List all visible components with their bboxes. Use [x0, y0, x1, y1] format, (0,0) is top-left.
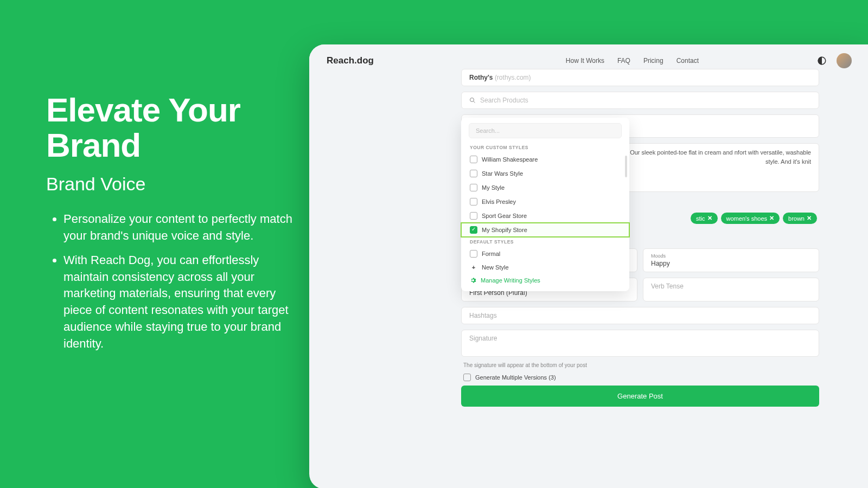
nav-links: How It Works FAQ Pricing Contact — [566, 57, 699, 65]
theme-toggle-icon[interactable] — [816, 55, 828, 67]
signature-field[interactable]: Signature — [461, 330, 819, 357]
hashtags-label: Hashtags — [469, 312, 497, 319]
dropdown-option-selected[interactable]: My Shopify Store — [461, 223, 629, 237]
hashtags-field[interactable]: Hashtags — [461, 307, 819, 324]
tense-label: Verb Tense — [651, 282, 684, 290]
nav-faq[interactable]: FAQ — [617, 57, 630, 65]
store-field[interactable]: Rothy's (rothys.com) — [461, 69, 819, 86]
checkbox-icon — [470, 250, 477, 258]
gear-icon — [470, 277, 476, 284]
moods-label: Moods — [651, 253, 811, 259]
checkbox-icon — [470, 198, 477, 206]
dropdown-section-default: DEFAULT STYLES — [461, 237, 629, 247]
dropdown-option[interactable]: Star Wars Style — [461, 166, 629, 181]
dropdown-option[interactable]: William Shakespeare — [461, 152, 629, 166]
dropdown-new-style[interactable]: +New Style — [461, 261, 629, 274]
promo-bullet: Personalize your content to perfectly ma… — [63, 211, 296, 245]
writing-styles-dropdown: Search... YOUR CUSTOM STYLES William Sha… — [461, 118, 629, 291]
plus-icon: + — [470, 264, 477, 271]
tag-pill[interactable]: stic✕ — [691, 213, 718, 224]
multi-versions-row[interactable]: Generate Multiple Versions (3) — [463, 374, 817, 381]
store-url: (rothys.com) — [495, 74, 531, 81]
checkbox-icon — [470, 156, 477, 163]
multi-versions-checkbox[interactable] — [463, 374, 471, 381]
tag-remove-icon[interactable]: ✕ — [769, 215, 774, 222]
app-window: Reach.dog How It Works FAQ Pricing Conta… — [309, 44, 868, 488]
tense-field[interactable]: Verb Tense — [643, 278, 819, 301]
dropdown-section-custom: YOUR CUSTOM STYLES — [461, 143, 629, 152]
dropdown-manage-styles[interactable]: Manage Writing Styles — [461, 274, 629, 287]
dropdown-option[interactable]: My Style — [461, 181, 629, 195]
nav-how-it-works[interactable]: How It Works — [566, 57, 604, 65]
moods-field[interactable]: Moods Happy — [643, 248, 819, 272]
store-name: Rothy's — [469, 74, 493, 81]
promo-bullets: Personalize your content to perfectly ma… — [46, 211, 296, 352]
search-placeholder: Search Products — [480, 97, 528, 104]
svg-point-1 — [470, 98, 474, 102]
signature-hint: The signature will appear at the bottom … — [463, 362, 819, 368]
brand-logo[interactable]: Reach.dog — [327, 55, 374, 66]
promo-bullet: With Reach Dog, you can effortlessly mai… — [63, 252, 296, 352]
scrollbar[interactable] — [625, 156, 627, 177]
promo-panel: Elevate Your Brand Brand Voice Personali… — [46, 92, 296, 360]
tag-pill[interactable]: women's shoes✕ — [721, 213, 780, 224]
promo-subtitle: Brand Voice — [46, 174, 296, 195]
dropdown-option[interactable]: Formal — [461, 247, 629, 261]
tag-pill[interactable]: brown✕ — [783, 213, 817, 224]
tag-remove-icon[interactable]: ✕ — [707, 215, 712, 222]
multi-versions-label: Generate Multiple Versions (3) — [475, 374, 556, 381]
signature-label: Signature — [469, 335, 497, 342]
promo-title: Elevate Your Brand — [46, 92, 296, 163]
nav-pricing[interactable]: Pricing — [643, 57, 663, 65]
checkbox-checked-icon — [470, 226, 477, 234]
tag-remove-icon[interactable]: ✕ — [807, 215, 812, 222]
dropdown-option[interactable]: Elvis Presley — [461, 195, 629, 209]
checkbox-icon — [470, 212, 477, 220]
description-text: e. Our sleek pointed-toe flat in cream a… — [623, 148, 812, 166]
search-icon — [469, 97, 476, 104]
avatar[interactable] — [837, 53, 852, 68]
nav-contact[interactable]: Contact — [676, 57, 699, 65]
dropdown-option[interactable]: Sport Gear Store — [461, 209, 629, 223]
svg-line-2 — [474, 101, 475, 103]
search-products-input[interactable]: Search Products — [461, 92, 819, 109]
checkbox-icon — [470, 184, 477, 191]
dropdown-search-input[interactable]: Search... — [469, 123, 622, 138]
generate-post-button[interactable]: Generate Post — [461, 386, 819, 407]
checkbox-icon — [470, 170, 477, 177]
moods-value: Happy — [651, 260, 811, 267]
